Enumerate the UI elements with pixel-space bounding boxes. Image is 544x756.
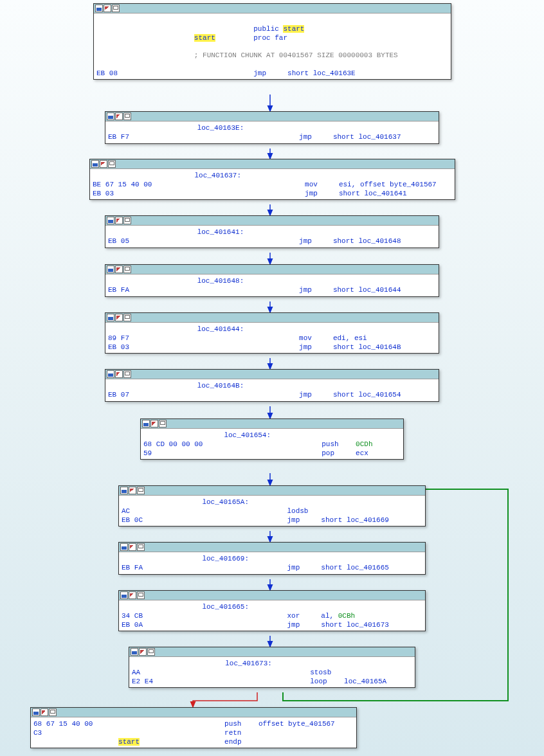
asm-line: start endp xyxy=(33,738,354,747)
titlebar-icon xyxy=(123,266,131,273)
block-401654[interactable]: loc_401654: 68 CD 00 00 00 push 0CDh 59 … xyxy=(140,419,404,460)
titlebar-icon xyxy=(123,314,131,321)
titlebar-icon xyxy=(120,487,128,494)
block-titlebar xyxy=(119,486,425,496)
titlebar-icon xyxy=(147,648,155,656)
asm-line: 68 67 15 40 00 push offset byte_401567 xyxy=(33,720,354,729)
asm-line: EB FA jmp short loc_401665 xyxy=(122,564,422,573)
titlebar-icon xyxy=(123,217,131,224)
titlebar-icon xyxy=(120,591,128,599)
block-label: loc_401669: xyxy=(122,555,422,564)
asm-line: 89 F7 mov edi, esi xyxy=(108,334,436,343)
asm-comment: ; FUNCTION CHUNK AT 00401567 SIZE 000000… xyxy=(96,51,448,60)
block-titlebar xyxy=(119,591,425,600)
block-label: loc_40164B: xyxy=(108,382,436,391)
block-titlebar xyxy=(94,4,451,14)
asm-line: EB FA jmp short loc_401644 xyxy=(108,286,436,295)
titlebar-icon xyxy=(129,543,136,551)
titlebar-icon xyxy=(159,420,167,428)
asm-line: E2 E4 loop loc_40165A xyxy=(132,678,412,687)
asm-line: EB 03 jmp short loc_40164B xyxy=(108,343,436,352)
titlebar-icon xyxy=(137,591,145,599)
block-401641[interactable]: loc_401641: EB 05 jmp short loc_401648 xyxy=(105,215,439,248)
asm-line: 34 CB xor al, 0CBh xyxy=(122,612,422,621)
titlebar-icon xyxy=(107,370,114,378)
block-end[interactable]: 68 67 15 40 00 push offset byte_401567 C… xyxy=(30,707,357,748)
block-401669[interactable]: loc_401669: EB FA jmp short loc_401665 xyxy=(118,542,426,575)
block-titlebar xyxy=(105,265,439,274)
titlebar-icon xyxy=(129,487,136,494)
titlebar-icon xyxy=(129,591,136,599)
asm-line: 59 pop ecx xyxy=(143,449,401,458)
asm-line: EB 05 jmp short loc_401648 xyxy=(108,237,436,246)
titlebar-icon xyxy=(137,543,145,551)
block-401644[interactable]: loc_401644: 89 F7 mov edi, esi EB 03 jmp… xyxy=(105,312,439,354)
titlebar-icon xyxy=(49,708,57,716)
asm-line: EB 0C jmp short loc_401669 xyxy=(122,516,422,525)
titlebar-icon xyxy=(112,4,120,12)
titlebar-icon xyxy=(100,160,107,168)
asm-line: BE 67 15 40 00 mov esi, offset byte_4015… xyxy=(93,181,452,190)
titlebar-icon xyxy=(115,266,123,273)
titlebar-icon xyxy=(115,314,123,321)
block-titlebar xyxy=(141,419,403,429)
titlebar-icon xyxy=(150,420,158,428)
block-label: loc_401654: xyxy=(143,431,401,440)
titlebar-icon xyxy=(142,420,150,428)
titlebar-icon xyxy=(139,648,147,656)
titlebar-icon xyxy=(107,217,114,224)
asm-line: AA stosb xyxy=(132,669,412,678)
asm-line: EB 0A jmp short loc_401673 xyxy=(122,621,422,630)
titlebar-icon xyxy=(32,708,40,716)
titlebar-icon xyxy=(137,487,145,494)
asm-line: 68 CD 00 00 00 push 0CDh xyxy=(143,440,401,449)
block-titlebar xyxy=(105,216,439,226)
block-401648[interactable]: loc_401648: EB FA jmp short loc_401644 xyxy=(105,264,439,297)
block-label: loc_40165A: xyxy=(122,498,422,507)
block-titlebar xyxy=(31,708,356,717)
block-titlebar xyxy=(105,313,439,323)
asm-line: EB 07 jmp short loc_401654 xyxy=(108,391,436,400)
asm-line: public start xyxy=(96,25,448,34)
block-401665[interactable]: loc_401665: 34 CB xor al, 0CBh EB 0A jmp… xyxy=(118,590,426,631)
block-label: loc_401644: xyxy=(108,325,436,334)
titlebar-icon xyxy=(104,4,111,12)
titlebar-icon xyxy=(123,113,131,120)
block-titlebar xyxy=(119,543,425,552)
asm-line: start proc far xyxy=(96,34,448,43)
titlebar-icon xyxy=(107,113,114,120)
block-label: loc_401665: xyxy=(122,603,422,612)
block-label: loc_401637: xyxy=(93,172,452,181)
titlebar-icon xyxy=(108,160,116,168)
block-titlebar xyxy=(105,112,439,122)
titlebar-icon xyxy=(131,648,138,656)
block-401637[interactable]: loc_401637: BE 67 15 40 00 mov esi, offs… xyxy=(89,159,455,200)
titlebar-icon xyxy=(95,4,103,12)
block-label: loc_401673: xyxy=(132,660,412,669)
block-label: loc_401641: xyxy=(108,228,436,237)
titlebar-icon xyxy=(107,266,114,273)
titlebar-icon xyxy=(120,543,128,551)
titlebar-icon xyxy=(91,160,99,168)
titlebar-icon xyxy=(115,217,123,224)
block-start[interactable]: public start start proc far ; FUNCTION C… xyxy=(93,3,451,80)
block-label: loc_40163E: xyxy=(108,124,436,133)
titlebar-icon xyxy=(107,314,114,321)
titlebar-icon xyxy=(115,370,123,378)
block-label: loc_401648: xyxy=(108,277,436,286)
asm-line: EB 08 jmp short loc_40163E xyxy=(96,69,448,78)
block-40164B[interactable]: loc_40164B: EB 07 jmp short loc_401654 xyxy=(105,369,439,402)
asm-line: AC lodsb xyxy=(122,507,422,516)
titlebar-icon xyxy=(41,708,48,716)
block-titlebar xyxy=(105,370,439,379)
titlebar-icon xyxy=(123,370,131,378)
asm-line: EB 03 jmp short loc_401641 xyxy=(93,190,452,199)
block-401673[interactable]: loc_401673: AA stosb E2 E4 loop loc_4016… xyxy=(129,647,415,688)
block-40165A[interactable]: loc_40165A: AC lodsb EB 0C jmp short loc… xyxy=(118,485,426,526)
titlebar-icon xyxy=(115,113,123,120)
asm-line: EB F7 jmp short loc_401637 xyxy=(108,133,436,142)
block-titlebar xyxy=(129,647,415,657)
asm-line: C3 retn xyxy=(33,729,354,738)
block-titlebar xyxy=(90,159,455,169)
block-40163E[interactable]: loc_40163E: EB F7 jmp short loc_401637 xyxy=(105,111,439,144)
